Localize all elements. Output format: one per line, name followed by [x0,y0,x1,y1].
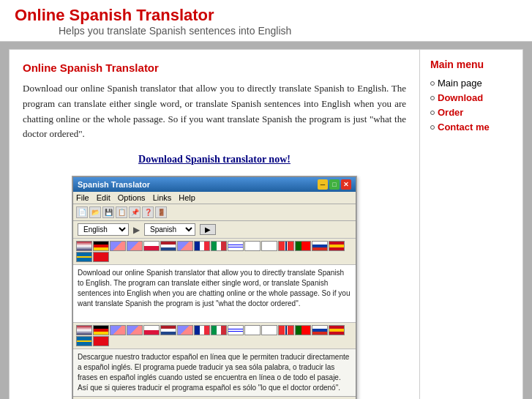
toolbar-save[interactable]: 💾 [102,206,114,218]
flag-pl[interactable] [143,241,160,251]
flag-it[interactable] [211,241,227,251]
flag-tr-b[interactable] [93,336,109,346]
flag-pl-b[interactable] [143,325,160,335]
flag-fr[interactable] [194,241,210,251]
flag-row-top [73,239,356,265]
flag-fi-b[interactable] [177,325,193,335]
toolbar-copy[interactable]: 📋 [116,206,127,218]
flag-cz[interactable] [110,241,126,251]
app-titlebar: Spanish Translator ─ □ ✕ [73,177,356,192]
app-screenshot: Spanish Translator ─ □ ✕ File Edit Optio… [72,176,357,399]
flag-tr[interactable] [93,252,109,262]
close-button[interactable]: ✕ [341,179,351,190]
flag-no[interactable] [278,241,294,251]
translate-go-button[interactable]: ▶ [200,224,216,235]
flag-es[interactable] [329,241,345,251]
toolbar-about[interactable]: ❓ [142,206,154,218]
content-body: Download our online Spanish translator t… [23,81,406,142]
menu-file[interactable]: File [76,193,89,202]
flag-fi[interactable] [177,241,193,251]
toolbar-paste[interactable]: 📌 [129,206,141,218]
menu-edit[interactable]: Edit [97,193,110,202]
content-title: Online Spanish Translator [23,61,406,74]
sidebar-item-contact[interactable]: Contact me [430,122,512,133]
flag-ru-b[interactable] [312,325,328,335]
sidebar: Main menu Main page Download Order Conta… [420,50,522,399]
app-statusbar: Symbols: 356 [73,396,356,399]
source-lang-select[interactable]: English [78,223,129,236]
minimize-button[interactable]: ─ [318,179,328,190]
flag-nl-b[interactable] [160,325,176,335]
flag-nl[interactable] [160,241,176,251]
titlebar-buttons: ─ □ ✕ [318,179,351,190]
main-container: Online Spanish Translator Download our o… [9,49,523,399]
flag-de-b[interactable] [93,325,109,335]
bullet-icon [430,81,435,86]
toolbar-new[interactable]: 📄 [76,206,88,218]
flag-pt[interactable] [295,241,311,251]
bullet-icon-4 [430,125,435,130]
flag-kr-b[interactable] [261,325,277,335]
bullet-icon-3 [430,111,435,115]
flag-se-b[interactable] [76,336,92,346]
flag-no-b[interactable] [278,325,294,335]
download-heading-link[interactable]: Download Spanish translator now! [23,154,406,165]
maximize-button[interactable]: □ [329,179,340,190]
content-area: Online Spanish Translator Download our o… [10,50,420,399]
sidebar-item-order[interactable]: Order [430,107,512,118]
sidebar-item-download[interactable]: Download [430,92,512,103]
menu-help[interactable]: Help [179,193,195,202]
flag-ru[interactable] [312,241,328,251]
app-menubar: File Edit Options Links Help [73,192,356,204]
menu-links[interactable]: Links [153,193,172,202]
lang-bar: English ▶ Spanish ▶ [73,221,356,239]
flag-il-b[interactable] [228,325,244,335]
flag-sk-b[interactable] [127,325,143,335]
flag-il[interactable] [228,241,244,251]
flag-cz-b[interactable] [110,325,126,335]
flag-row-bottom [73,323,356,349]
sidebar-link-order[interactable]: Order [438,107,463,118]
flag-fr-b[interactable] [194,325,210,335]
flag-kr[interactable] [261,241,277,251]
menu-options[interactable]: Options [118,193,146,202]
app-toolbar: 📄 📂 💾 📋 📌 ❓ 🚪 [73,204,356,221]
sidebar-link-download[interactable]: Download [438,92,483,103]
bullet-icon-2 [430,96,435,100]
sidebar-item-mainpage[interactable]: Main page [430,78,512,89]
flag-de[interactable] [93,241,109,251]
source-textarea[interactable]: Download our online Spanish translator t… [73,265,356,323]
flag-es-b[interactable] [329,325,345,335]
sidebar-title: Main menu [430,59,512,70]
app-title: Spanish Translator [78,180,150,189]
target-lang-select[interactable]: Spanish [144,223,195,236]
toolbar-open[interactable]: 📂 [89,206,101,218]
translated-text: Descargue nuestro traductor español en l… [73,349,356,396]
lang-arrow: ▶ [133,225,140,235]
app-window: Spanish Translator ─ □ ✕ File Edit Optio… [72,176,356,399]
site-subtitle: Helps you translate Spanish sentences in… [59,25,517,37]
flag-jp[interactable] [244,241,261,251]
flag-it-b[interactable] [211,325,227,335]
toolbar-exit[interactable]: 🚪 [155,206,167,218]
sidebar-link-contact[interactable]: Contact me [438,122,490,133]
flag-us[interactable] [76,241,92,251]
flag-jp-b[interactable] [244,325,261,335]
sidebar-menu: Main page Download Order Contact me [430,78,512,133]
flag-se[interactable] [76,252,92,262]
site-title: Online Spanish Translator [15,6,517,25]
flag-sk[interactable] [127,241,143,251]
flag-pt-b[interactable] [295,325,311,335]
page-header: Online Spanish Translator Helps you tran… [0,0,532,42]
flag-us-b[interactable] [76,325,92,335]
sidebar-link-mainpage[interactable]: Main page [438,78,482,89]
